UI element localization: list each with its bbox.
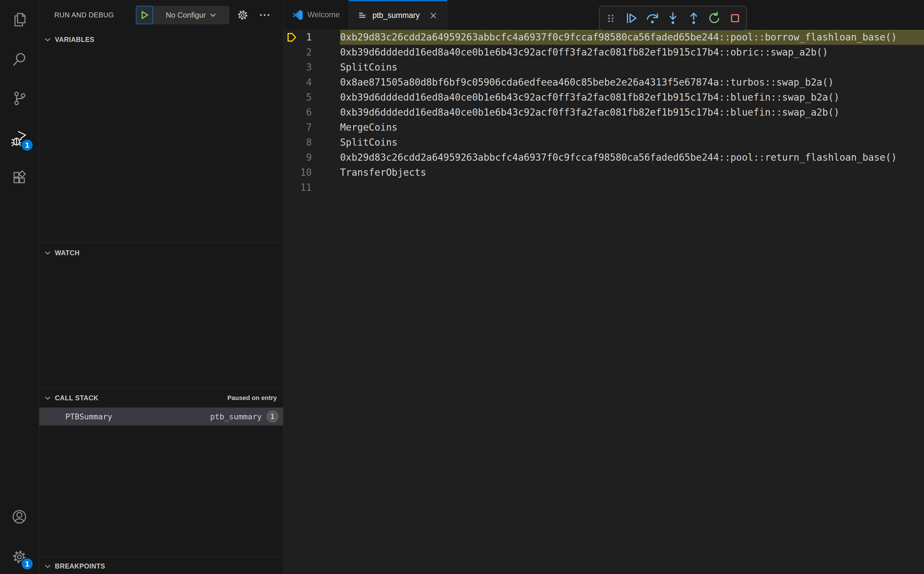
- source-control-icon[interactable]: [0, 83, 39, 113]
- call-stack-frame-row[interactable]: PTBSummary ptb_summary 1: [39, 407, 283, 426]
- line-number: 10: [300, 165, 312, 180]
- code-line-text[interactable]: 0x8ae871505a80d8bf6bf9c05906cda6edfeea46…: [340, 75, 924, 90]
- code-line-text[interactable]: 0xb29d83c26cdd2a64959263abbcfc4a6937f0c9…: [340, 30, 924, 45]
- section-divider: [39, 242, 283, 243]
- stack-frame-name: PTBSummary: [65, 412, 112, 421]
- editor-gutter[interactable]: 6: [284, 105, 340, 120]
- extensions-icon[interactable]: [0, 163, 39, 193]
- editor-gutter[interactable]: 5: [284, 90, 340, 105]
- line-number: 5: [306, 90, 312, 105]
- launch-configuration-combo: No Configur: [136, 6, 230, 24]
- line-number: 8: [306, 135, 312, 150]
- more-actions-icon[interactable]: [258, 8, 272, 22]
- step-out-icon[interactable]: [685, 9, 703, 27]
- tab-welcome[interactable]: Welcome: [284, 0, 349, 30]
- code-line: 6 0xb39d6dddedd16ed8a40ce0b1e6b43c92acf0…: [284, 105, 924, 120]
- debug-badge: 1: [21, 139, 33, 151]
- explorer-icon[interactable]: [0, 5, 39, 35]
- breakpoints-section-label: BREAKPOINTS: [55, 563, 105, 570]
- chevron-down-icon: [44, 36, 52, 43]
- step-over-icon[interactable]: [643, 9, 662, 27]
- code-line: 5 0xb39d6dddedd16ed8a40ce0b1e6b43c92acf0…: [284, 90, 924, 105]
- tab-label: ptb_summary: [372, 11, 420, 20]
- configuration-dropdown-label: No Configur: [166, 11, 206, 20]
- watch-section-label: WATCH: [55, 249, 80, 257]
- stop-icon[interactable]: [726, 9, 744, 27]
- code-line-text[interactable]: SplitCoins: [340, 60, 924, 75]
- restart-icon[interactable]: [705, 9, 724, 27]
- section-divider: [39, 557, 283, 557]
- chevron-down-icon: [44, 394, 52, 402]
- debug-toolbar: [599, 6, 747, 31]
- code-line-text[interactable]: TransferObjects: [340, 165, 924, 180]
- editor-gutter[interactable]: 1: [284, 30, 340, 45]
- editor-gutter[interactable]: 10: [284, 165, 340, 180]
- code-editor[interactable]: 1 0xb29d83c26cdd2a64959263abbcfc4a6937f0…: [284, 30, 924, 574]
- code-line-text[interactable]: 0xb39d6dddedd16ed8a40ce0b1e6b43c92acf0ff…: [340, 105, 924, 120]
- sidebar-title: RUN AND DEBUG: [54, 11, 114, 19]
- configuration-dropdown[interactable]: No Configur: [153, 6, 230, 24]
- code-line: 8 SplitCoins: [284, 135, 924, 150]
- vscode-logo-icon: [293, 10, 303, 20]
- editor-gutter[interactable]: 2: [284, 45, 340, 60]
- code-line-text[interactable]: [340, 180, 924, 195]
- debug-state-status: Paused on entry: [227, 394, 277, 402]
- code-line-text[interactable]: 0xb39d6dddedd16ed8a40ce0b1e6b43c92acf0ff…: [340, 45, 924, 60]
- editor-gutter[interactable]: 3: [284, 60, 340, 75]
- breakpoints-section-header[interactable]: BREAKPOINTS: [39, 558, 283, 574]
- variables-section-header[interactable]: VARIABLES: [39, 31, 283, 48]
- editor-gutter[interactable]: 4: [284, 75, 340, 90]
- run-and-debug-sidebar: RUN AND DEBUG No Configur: [39, 0, 283, 574]
- chevron-down-icon: [44, 563, 52, 570]
- code-line: 11: [284, 180, 924, 195]
- chevron-down-icon: [209, 11, 217, 19]
- code-line-text[interactable]: 0xb29d83c26cdd2a64959263abbcfc4a6937f0c9…: [340, 150, 924, 165]
- chevron-down-icon: [44, 249, 52, 257]
- accounts-icon[interactable]: [0, 502, 39, 532]
- line-number: 3: [306, 60, 312, 75]
- line-number: 1: [306, 30, 312, 45]
- line-number: 7: [306, 120, 312, 135]
- code-line: 10 TransferObjects: [284, 165, 924, 180]
- code-line-text[interactable]: SplitCoins: [340, 135, 924, 150]
- start-debugging-button[interactable]: [136, 6, 153, 24]
- toolbar-drag-handle[interactable]: [602, 9, 620, 27]
- run-and-debug-icon[interactable]: 1: [0, 123, 39, 153]
- launch-settings-gear-icon[interactable]: [236, 8, 250, 22]
- code-line-text[interactable]: 0xb39d6dddedd16ed8a40ce0b1e6b43c92acf0ff…: [340, 90, 924, 105]
- editor-gutter[interactable]: 9: [284, 150, 340, 165]
- line-number: 2: [306, 45, 312, 60]
- close-icon[interactable]: [428, 11, 438, 20]
- sidebar-header: RUN AND DEBUG No Configur: [39, 0, 283, 30]
- call-stack-section-header[interactable]: CALL STACK Paused on entry: [39, 390, 283, 406]
- line-number: 6: [306, 105, 312, 120]
- editor-gutter[interactable]: 11: [284, 180, 340, 195]
- stack-frame-source: ptb_summary: [210, 412, 262, 421]
- line-number: 9: [306, 150, 312, 165]
- code-line: 1 0xb29d83c26cdd2a64959263abbcfc4a6937f0…: [284, 30, 924, 45]
- code-line: 9 0xb29d83c26cdd2a64959263abbcfc4a6937f0…: [284, 150, 924, 165]
- tab-label: Welcome: [307, 10, 340, 19]
- search-icon[interactable]: [0, 44, 39, 74]
- continue-icon[interactable]: [622, 9, 641, 27]
- code-line: 7 MergeCoins: [284, 120, 924, 135]
- activity-bar: 1 1: [0, 0, 39, 574]
- editor-gutter[interactable]: 7: [284, 120, 340, 135]
- vscode-window: 1 1 RUN AND DEBUG: [0, 0, 924, 574]
- code-line-text[interactable]: MergeCoins: [340, 120, 924, 135]
- list-file-icon: [357, 10, 368, 21]
- step-into-icon[interactable]: [664, 9, 682, 27]
- editor-gutter[interactable]: 8: [284, 135, 340, 150]
- line-number: 11: [300, 180, 312, 195]
- settings-badge: 1: [21, 558, 33, 570]
- settings-gear-icon[interactable]: 1: [0, 542, 39, 572]
- code-line: 4 0x8ae871505a80d8bf6bf9c05906cda6edfeea…: [284, 75, 924, 90]
- variables-section-label: VARIABLES: [55, 36, 94, 44]
- editor-group: Welcome ptb_summary: [284, 0, 924, 574]
- section-divider: [39, 388, 283, 389]
- stack-frame-count-badge: 1: [266, 410, 279, 423]
- code-line: 3 SplitCoins: [284, 60, 924, 75]
- watch-section-header[interactable]: WATCH: [39, 244, 283, 261]
- debug-current-line-icon: [286, 32, 298, 43]
- tab-ptb-summary[interactable]: ptb_summary: [349, 0, 447, 30]
